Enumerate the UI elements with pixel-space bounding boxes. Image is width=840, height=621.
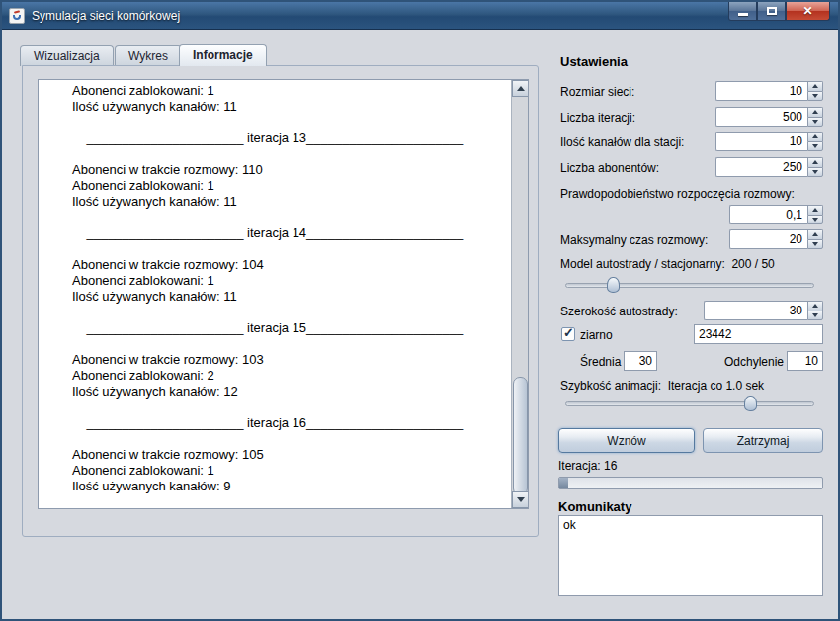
rozmiar-sieci-input[interactable] [715, 81, 807, 101]
ziarno-label: ziarno [580, 328, 613, 342]
simulation-log-area[interactable]: Abonenci zablokowani: 1 Ilość używanych … [38, 79, 529, 509]
maks-czas-up-button[interactable] [807, 229, 823, 239]
java-app-icon [9, 8, 25, 24]
rozmiar-sieci-down-button[interactable] [807, 91, 823, 102]
progress-fill [559, 478, 568, 488]
java-icon-steam [14, 10, 20, 13]
komunikaty-textarea[interactable]: ok [558, 515, 823, 596]
ilosc-kanalow-spinner [715, 132, 823, 151]
ilosc-kanalow-down-button[interactable] [807, 141, 823, 152]
prawdopodobienstwo-spinner [729, 205, 823, 224]
szybkosc-animacji-slider[interactable] [565, 396, 814, 411]
wznow-button[interactable]: Wznów [558, 428, 695, 453]
spinner-up-icon [812, 304, 818, 308]
rozmiar-sieci-spinner [715, 81, 823, 101]
iteracja-status: Iteracja: 16 [558, 459, 617, 473]
titlebar[interactable]: Symulacja sieci komórkowej ✕ [2, 2, 838, 30]
szerokosc-down-button[interactable] [807, 310, 823, 321]
rozmiar-sieci-label: Rozmiar sieci: [560, 85, 634, 99]
spinner-up-icon [812, 160, 818, 164]
prawdopodobienstwo-label: Prawdopodobieństwo rozpoczęcia rozmowy: [560, 187, 795, 201]
szerokosc-autostrady-label: Szerokość autostrady: [560, 305, 678, 318]
java-icon-cup [13, 15, 21, 20]
liczba-abonentow-label: Liczba abonentów: [560, 161, 659, 175]
spinner-up-icon [812, 134, 818, 138]
spinner-down-icon [812, 120, 818, 124]
tab-informacje[interactable]: Informacje [179, 44, 267, 66]
scroll-down-button[interactable] [512, 491, 529, 508]
spinner-up-icon [812, 84, 818, 88]
tab-wizualizacja[interactable]: Wizualizacja [20, 45, 114, 66]
spinner-up-icon [812, 208, 818, 212]
maximize-button[interactable] [757, 2, 786, 21]
spinner-up-icon [812, 110, 818, 114]
slider-track[interactable] [565, 401, 814, 406]
liczba-iteracji-input[interactable] [715, 107, 807, 127]
maks-czas-label: Maksymalny czas rozmowy: [560, 233, 708, 247]
slider-thumb[interactable] [744, 396, 757, 411]
maks-czas-input[interactable] [729, 229, 807, 249]
scroll-up-icon [517, 86, 525, 91]
ziarno-checkbox[interactable] [561, 327, 575, 341]
komunikaty-heading: Komunikaty [558, 499, 631, 514]
spinner-up-icon [812, 232, 818, 236]
szerokosc-autostrady-input[interactable] [704, 301, 807, 320]
simulation-log-text: Abonenci zablokowani: 1 Ilość używanych … [39, 80, 511, 508]
minimize-button[interactable] [728, 2, 757, 21]
spinner-down-icon [812, 94, 818, 98]
spinner-down-icon [812, 242, 818, 246]
odchylenie-input[interactable] [787, 351, 823, 371]
maks-czas-spinner [729, 229, 823, 249]
srednia-input[interactable] [624, 351, 657, 371]
scroll-up-button[interactable] [512, 80, 529, 97]
zatrzymaj-button[interactable]: Zatrzymaj [703, 428, 823, 453]
slider-track[interactable] [565, 283, 814, 288]
liczba-iteracji-down-button[interactable] [807, 117, 823, 128]
log-scrollbar[interactable] [511, 80, 528, 508]
window-controls: ✕ [728, 2, 830, 21]
tab-wykres[interactable]: Wykres [115, 45, 182, 66]
odchylenie-label: Odchylenie [724, 355, 784, 369]
minimize-icon [738, 13, 748, 16]
prawdopodobienstwo-input[interactable] [729, 205, 807, 224]
prawdopodobienstwo-up-button[interactable] [807, 205, 823, 215]
liczba-abonentow-up-button[interactable] [807, 157, 823, 167]
prawdopodobienstwo-down-button[interactable] [807, 215, 823, 225]
window-title: Symulacja sieci komórkowej [32, 9, 180, 23]
ziarno-input[interactable] [694, 324, 823, 344]
close-icon: ✕ [787, 4, 829, 18]
liczba-abonentow-down-button[interactable] [807, 167, 823, 178]
liczba-abonentow-spinner [715, 157, 823, 177]
scroll-down-icon [517, 497, 525, 502]
rozmiar-sieci-up-button[interactable] [807, 81, 823, 91]
liczba-iteracji-label: Liczba iteracji: [560, 111, 635, 125]
liczba-iteracji-up-button[interactable] [807, 107, 823, 117]
liczba-abonentow-input[interactable] [715, 157, 807, 177]
spinner-down-icon [812, 144, 818, 148]
spinner-down-icon [812, 313, 818, 317]
model-autostrady-slider[interactable] [565, 277, 814, 293]
ilosc-kanalow-input[interactable] [715, 132, 807, 151]
szerokosc-autostrady-spinner [704, 301, 823, 320]
liczba-iteracji-spinner [715, 107, 823, 127]
settings-heading: Ustawienia [560, 54, 628, 69]
informacje-tab-panel: Abonenci zablokowani: 1 Ilość używanych … [22, 65, 539, 537]
ilosc-kanalow-up-button[interactable] [807, 132, 823, 141]
slider-thumb[interactable] [607, 277, 620, 293]
model-autostrady-label: Model autostrady / stacjonarny: 200 / 50 [560, 257, 775, 271]
close-button[interactable]: ✕ [786, 2, 830, 21]
scrollbar-thumb[interactable] [513, 377, 528, 495]
srednia-label: Średnia [580, 355, 621, 369]
iteration-progress-bar [558, 477, 823, 489]
spinner-down-icon [812, 218, 818, 222]
szybkosc-animacji-label: Szybkość animacji: Iteracja co 1.0 sek [560, 379, 764, 393]
maximize-icon [767, 7, 777, 15]
maks-czas-down-button[interactable] [807, 239, 823, 250]
ilosc-kanalow-label: Ilość kanałów dla stacji: [560, 135, 684, 149]
spinner-down-icon [812, 170, 818, 174]
szerokosc-up-button[interactable] [807, 301, 823, 310]
app-window: Symulacja sieci komórkowej ✕ Wizualizacj… [0, 0, 840, 621]
